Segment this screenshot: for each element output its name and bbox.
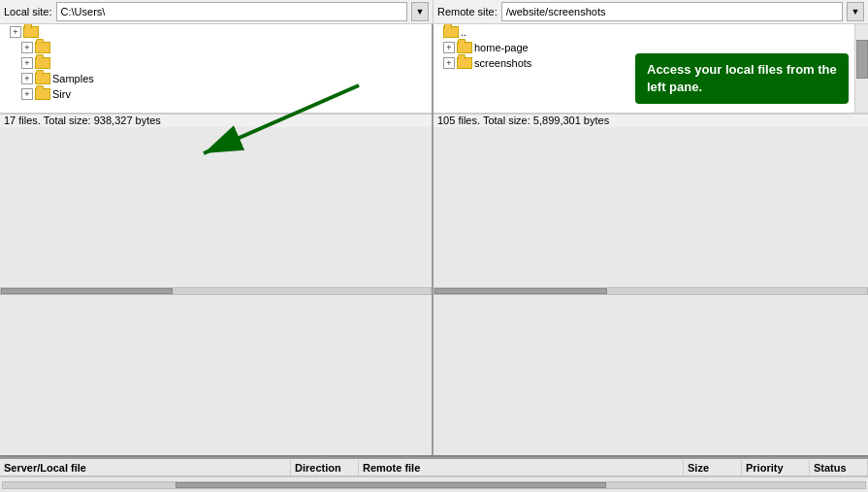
bottom-hscrollbar-thumb[interactable] (176, 482, 607, 488)
left-tree-area[interactable]: + + + + Samples + Sirv (0, 24, 432, 114)
remote-site-input[interactable] (501, 2, 843, 21)
tree-item-label: Sirv (52, 88, 71, 100)
expand-icon[interactable]: + (10, 26, 21, 38)
queue-header-direction: Direction (291, 460, 359, 476)
main-panels: + + + + Samples + Sirv (0, 24, 868, 455)
tree-item-dotdot[interactable]: .. (434, 24, 854, 40)
right-panel-container: Access your local files from the left pa… (434, 24, 868, 455)
tree-item-sirv[interactable]: + Sirv (0, 86, 432, 102)
remote-site-label: Remote site: (437, 6, 498, 17)
left-hscrollbar-thumb[interactable] (1, 288, 173, 294)
expand-icon[interactable]: + (21, 42, 33, 53)
right-status-bar: 105 files. Total size: 5,899,301 bytes (434, 114, 868, 127)
tree-item-samples[interactable]: + Samples (0, 71, 432, 86)
remote-site-dropdown[interactable]: ▼ (847, 2, 864, 21)
expand-icon[interactable]: + (21, 57, 33, 69)
right-hscrollbar[interactable] (434, 127, 868, 455)
queue-header: Server/Local file Direction Remote file … (0, 457, 868, 476)
right-hscrollbar-thumb[interactable] (434, 288, 607, 294)
folder-icon (35, 41, 50, 54)
bottom-hscrollbar-track[interactable] (2, 481, 866, 489)
left-status-bar: 17 files. Total size: 938,327 bytes (0, 114, 432, 127)
queue-header-remotefile: Remote file (359, 460, 684, 476)
tree-item[interactable]: + (0, 55, 432, 71)
annotation-box: Access your local files from the left pa… (635, 53, 849, 104)
queue-header-serverfile: Server/Local file (0, 460, 291, 476)
left-site-bar: Local site: ▼ (0, 0, 434, 23)
tree-item-label: home-page (474, 42, 529, 53)
tree-item[interactable]: + (0, 24, 432, 40)
right-hscrollbar-track[interactable] (434, 287, 868, 295)
left-hscrollbar[interactable] (0, 127, 432, 455)
bottom-section: Server/Local file Direction Remote file … (0, 455, 868, 492)
site-bars: Local site: ▼ Remote site: ▼ (0, 0, 868, 24)
folder-icon (23, 25, 39, 39)
queue-header-size: Size (684, 460, 742, 476)
left-status-text: 17 files. Total size: 938,327 bytes (4, 115, 161, 126)
right-tree-vscrollbar-thumb[interactable] (856, 40, 868, 79)
folder-icon (457, 41, 472, 54)
queue-header-priority: Priority (742, 460, 810, 476)
folder-icon (35, 87, 50, 101)
right-site-bar: Remote site: ▼ (434, 0, 868, 23)
tree-item-label: Samples (52, 73, 94, 84)
folder-icon (35, 72, 50, 85)
local-site-label: Local site: (4, 6, 52, 17)
annotation-text: Access your local files from the left pa… (647, 62, 837, 94)
right-tree-vscrollbar[interactable] (854, 24, 868, 113)
folder-icon (443, 25, 459, 39)
tree-item-label: screenshots (474, 57, 531, 69)
expand-icon[interactable]: + (443, 42, 455, 53)
local-site-input[interactable] (56, 2, 407, 21)
expand-icon[interactable]: + (443, 57, 455, 69)
expand-icon[interactable]: + (21, 73, 33, 84)
left-panel: + + + + Samples + Sirv (0, 24, 434, 455)
tree-item[interactable]: + (0, 40, 432, 55)
queue-header-status: Status (810, 460, 868, 476)
right-status-text: 105 files. Total size: 5,899,301 bytes (437, 115, 609, 126)
folder-icon (35, 56, 50, 70)
local-site-dropdown[interactable]: ▼ (411, 2, 429, 21)
folder-icon (457, 56, 472, 70)
bottom-hscrollbar[interactable] (0, 476, 868, 492)
expand-icon[interactable]: + (21, 88, 33, 100)
tree-item-label: .. (461, 26, 466, 38)
left-hscrollbar-track[interactable] (0, 287, 432, 295)
right-panel: Access your local files from the left pa… (434, 24, 868, 455)
